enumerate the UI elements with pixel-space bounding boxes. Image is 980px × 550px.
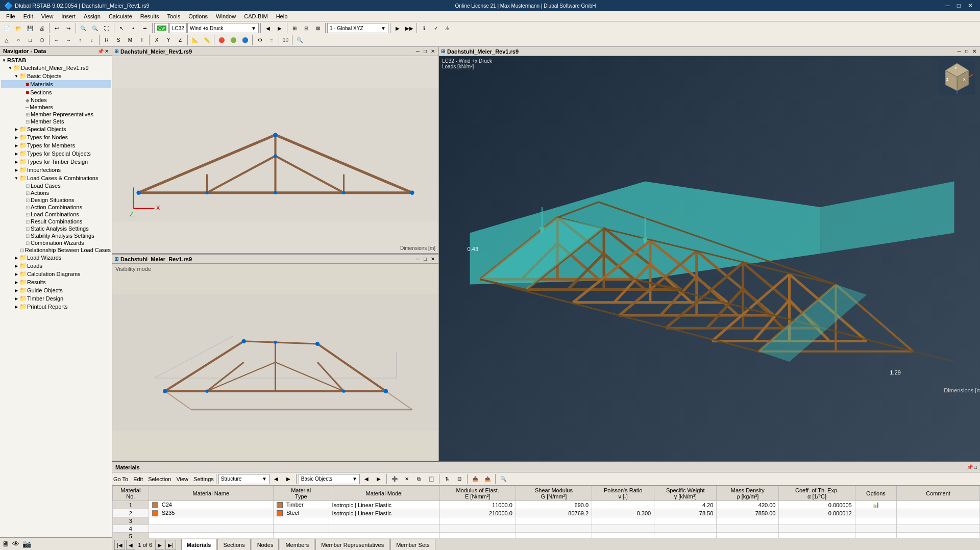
tree-actions[interactable]: ⊡ Actions <box>1 189 111 196</box>
tb-save[interactable]: 💾 <box>24 22 36 34</box>
tree-load-wizards[interactable]: ▶ 📁 Load Wizards <box>1 254 111 262</box>
tb-calc-all[interactable]: ▶▶ <box>404 22 415 34</box>
tb-select[interactable]: ↖ <box>116 22 127 34</box>
tab-materials[interactable]: Materials <box>181 539 217 550</box>
first-page-btn[interactable]: |◀ <box>114 540 125 550</box>
tb-view3[interactable]: ⊠ <box>312 22 324 34</box>
nav-eye-btn[interactable]: 👁 <box>12 540 19 548</box>
panel-bottom-left-min[interactable]: ─ <box>414 256 421 262</box>
nav-display-btn[interactable]: 🖥 <box>2 540 9 548</box>
tree-timber-design[interactable]: ▶ 📁 Timber Design <box>1 294 111 303</box>
tree-results[interactable]: ▶ 📁 Results <box>1 278 111 286</box>
tb-table-export[interactable]: 📤 <box>482 473 493 485</box>
tb2-5[interactable]: ← <box>51 34 62 45</box>
tree-comb-wizards[interactable]: ⊡ Combination Wizards <box>1 239 111 246</box>
tb-table-copy[interactable]: ⧉ <box>413 473 425 485</box>
tb-zoom-in[interactable]: 🔍 <box>78 22 89 34</box>
tb2-15[interactable]: Z <box>175 34 186 45</box>
tb2-19[interactable]: 🟢 <box>228 34 239 45</box>
tb-warn[interactable]: ⚠ <box>442 22 453 34</box>
next-page-btn[interactable]: ▶ <box>155 540 164 550</box>
tree-member-reps[interactable]: ⊞ Member Representatives <box>1 111 111 118</box>
bottom-pin-btn[interactable]: 📌 <box>967 464 973 470</box>
tb2-20[interactable]: 🔵 <box>239 34 251 45</box>
tb-open[interactable]: 📂 <box>13 22 24 34</box>
tree-nodes[interactable]: ◆ Nodes <box>1 96 111 104</box>
tree-rstab[interactable]: ▼ RSTAB <box>1 57 111 64</box>
tree-imperfections[interactable]: ▶ 📁 Imperfections <box>1 166 111 174</box>
menu-view[interactable]: View <box>37 11 58 21</box>
tb2-17[interactable]: 📏 <box>201 34 212 45</box>
table-row[interactable]: 5 <box>113 533 980 538</box>
tree-members[interactable]: ━ Members <box>1 104 111 111</box>
tb-redo[interactable]: ↪ <box>63 22 74 34</box>
tb-undo[interactable]: ↩ <box>51 22 62 34</box>
menu-assign[interactable]: Assign <box>80 11 105 21</box>
tb-table-delete[interactable]: ✕ <box>401 473 412 485</box>
tb2-9[interactable]: R <box>101 34 112 45</box>
struct-next-btn[interactable]: ▶ <box>283 473 294 485</box>
tb2-12[interactable]: T <box>136 34 148 45</box>
maximize-button[interactable]: □ <box>954 0 964 11</box>
tb2-10[interactable]: S <box>113 34 124 45</box>
tree-types-members[interactable]: ▶ 📁 Types for Members <box>1 141 111 149</box>
tree-printout[interactable]: ▶ 📁 Printout Reports <box>1 303 111 311</box>
tb2-search[interactable]: 🔍 <box>294 34 305 45</box>
tree-types-nodes[interactable]: ▶ 📁 Types for Nodes <box>1 133 111 141</box>
tb2-6[interactable]: → <box>63 34 74 45</box>
tree-arrow-typesmembers[interactable]: ▶ <box>13 143 19 148</box>
tb-zoom-out[interactable]: 🔍 <box>89 22 101 34</box>
tree-arrow-loadcases[interactable]: ▼ <box>13 176 19 181</box>
tb2-7[interactable]: ↑ <box>75 34 86 45</box>
struct-prev-btn[interactable]: ◀ <box>271 473 282 485</box>
tree-action-comb[interactable]: ⊡ Action Combinations <box>1 204 111 211</box>
menu-file[interactable]: File <box>2 11 19 21</box>
tree-arrow-special[interactable]: ▶ <box>13 127 19 132</box>
menu-cad-bim[interactable]: CAD-BIM <box>240 11 272 21</box>
tree-special-objects[interactable]: ▶ 📁 Special Objects <box>1 125 111 133</box>
tree-basic-objects[interactable]: ▼ 📁 Basic Objects <box>1 72 111 80</box>
tree-guide-objects[interactable]: ▶ 📁 Guide Objects <box>1 286 111 294</box>
close-button[interactable]: ✕ <box>965 0 976 11</box>
tree-result-comb[interactable]: ⊡ Result Combinations <box>1 218 111 225</box>
tree-static-analysis[interactable]: ⊡ Static Analysis Settings <box>1 225 111 232</box>
tree-arrow-guide[interactable]: ▶ <box>13 288 19 293</box>
menu-insert[interactable]: Insert <box>57 11 80 21</box>
tb2-13[interactable]: X <box>151 34 162 45</box>
tab-sections[interactable]: Sections <box>217 539 250 550</box>
tree-arrow-project[interactable]: ▼ <box>7 66 13 70</box>
tree-arrow-typestimber[interactable]: ▶ <box>13 160 19 164</box>
menu-window[interactable]: Window <box>212 11 240 21</box>
tree-member-sets[interactable]: ⊟ Member Sets <box>1 118 111 125</box>
view-dropdown[interactable]: 1 - Global XYZ ▼ <box>327 23 388 33</box>
tree-arrow-loadwiz[interactable]: ▶ <box>13 256 19 260</box>
tb-new[interactable]: 📄 <box>1 22 12 34</box>
nav-camera-btn[interactable]: 📷 <box>22 540 31 548</box>
tree-arrow-timber[interactable]: ▶ <box>13 296 19 301</box>
tb2-1[interactable]: △ <box>1 34 12 45</box>
tab-nodes[interactable]: Nodes <box>252 539 279 550</box>
tb-info[interactable]: ℹ <box>419 22 430 34</box>
cw-dropdown[interactable]: Cw <box>154 23 169 33</box>
tb-view1[interactable]: ⊞ <box>289 22 300 34</box>
menu-tools[interactable]: Tools <box>163 11 184 21</box>
right-panel-max[interactable]: □ <box>964 48 970 54</box>
tree-calc-diagrams[interactable]: ▶ 📁 Calculation Diagrams <box>1 270 111 278</box>
tb-table-import[interactable]: 📥 <box>470 473 481 485</box>
tab-member-sets[interactable]: Member Sets <box>390 539 435 550</box>
menu-edit[interactable]: Edit <box>19 11 37 21</box>
tb2-4[interactable]: ⬡ <box>36 34 47 45</box>
tb-print[interactable]: 🖨 <box>36 22 47 34</box>
tb-prev-lc[interactable]: ◀ <box>262 22 274 34</box>
tree-arrow-rstab[interactable]: ▼ <box>1 58 7 63</box>
panel-bottom-left-close[interactable]: ✕ <box>429 256 436 262</box>
tree-design-sit[interactable]: ⊡ Design Situations <box>1 196 111 204</box>
tb2-14[interactable]: Y <box>163 34 174 45</box>
table-row[interactable]: 2 S235 Steel Isotropic | Linear Elastic … <box>113 509 980 517</box>
tb-table-paste[interactable]: 📋 <box>426 473 437 485</box>
tree-arrow-basic[interactable]: ▼ <box>13 74 19 79</box>
tree-arrow-loads[interactable]: ▶ <box>13 264 19 268</box>
structure-dropdown[interactable]: Structure ▼ <box>218 474 270 484</box>
tb2-3[interactable]: □ <box>24 34 36 45</box>
lc-dropdown[interactable]: LC32 <box>169 23 187 33</box>
